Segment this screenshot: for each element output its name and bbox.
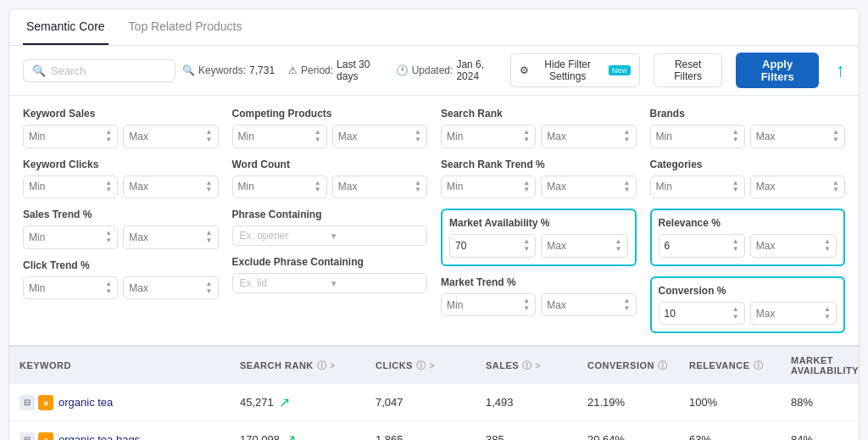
market-avail-value: 88% (791, 396, 813, 409)
amazon-icon: a (38, 395, 53, 410)
col-search-rank[interactable]: SEARCH RANK ⓘ> (230, 347, 365, 384)
amazon-icon: a (38, 432, 53, 440)
relevance-value: 100% (689, 396, 717, 409)
search-rank-min[interactable] (447, 131, 521, 142)
keyword-cell: ⊟ a organic tea (9, 385, 230, 421)
relevance-cell: 63% (679, 423, 781, 440)
word-count-min[interactable] (238, 181, 313, 192)
sort-icon[interactable]: > (330, 361, 335, 370)
sales-value: 1,493 (486, 396, 514, 409)
conversion-cell: 21.19% (577, 386, 679, 419)
market-trend-min[interactable] (447, 299, 521, 311)
info-icon2: ⓘ (416, 359, 426, 372)
filter-word-count: Word Count ▲▼ ▲▼ (232, 159, 428, 199)
info-icon4: ⓘ (658, 359, 668, 372)
filter-market-trend: Market Trend % ▲▼ ▲▼ (441, 276, 637, 317)
col-conversion[interactable]: CONVERSION ⓘ (577, 347, 679, 384)
filters-section: Keyword Sales ▲▼ ▲▼ Keyword Clicks ▲▼ ▲▼… (9, 96, 859, 346)
new-badge: New (609, 65, 631, 75)
graph-icon: ⊟ (19, 432, 35, 440)
keywords-count: 7,731 (249, 64, 275, 76)
sales-trend-min[interactable] (29, 231, 103, 243)
keyword-text[interactable]: organic tea (58, 396, 113, 409)
search-icon: 🔍 (32, 64, 46, 77)
sales-trend-max[interactable] (129, 231, 203, 243)
clicks-cell: 7,047 (365, 386, 476, 419)
clicks-value: 1,865 (376, 433, 403, 440)
period-value: Last 30 days (337, 58, 382, 82)
click-trend-max[interactable] (129, 282, 203, 294)
table-row: ⊟ a organic tea bags 170,098 ↗ 1,865 385… (9, 421, 859, 440)
sort-icon2[interactable]: > (429, 361, 434, 370)
market-trend-max[interactable] (547, 299, 621, 311)
filter-exclude-phrase: Exclude Phrase Containing Ex. lid ▼ (232, 256, 428, 293)
competing-max[interactable] (338, 131, 413, 142)
categories-max[interactable] (756, 181, 831, 192)
keyword-text[interactable]: organic tea bags (58, 433, 140, 440)
keyword-icons: ⊟ a (19, 395, 53, 410)
graph-icon: ⊟ (19, 395, 35, 410)
tab-top-related[interactable]: Top Related Products (125, 9, 246, 45)
clicks-cell: 1,865 (365, 423, 476, 440)
info-icon: ⓘ (317, 359, 327, 372)
caret-icon: ▼ (330, 231, 420, 241)
tab-semantic-core[interactable]: Semantic Core (23, 9, 108, 45)
arrow-indicator: ↑ (836, 59, 845, 81)
table-header: KEYWORD SEARCH RANK ⓘ> CLICKS ⓘ> SALES ⓘ… (9, 346, 859, 384)
categories-min[interactable] (656, 181, 731, 192)
col-keyword: KEYWORD (9, 347, 230, 384)
table-body: ⊟ a organic tea 45,271 ↗ 7,047 1,493 21.… (9, 384, 859, 440)
keyword-sales-min[interactable] (29, 131, 103, 142)
sales-cell: 1,493 (476, 386, 577, 419)
keyword-sales-max[interactable] (129, 131, 203, 142)
info-icon3: ⓘ (522, 359, 532, 372)
sales-cell: 385 (476, 423, 577, 440)
relevance-max[interactable] (756, 240, 822, 252)
word-count-max[interactable] (338, 181, 413, 192)
filter-relevance: Relevance % ▲▼ ▲▼ (650, 209, 846, 266)
keyword-icons: ⊟ a (19, 432, 53, 440)
exclude-phrase-select[interactable]: Ex. lid ▼ (232, 273, 428, 293)
search-rank-max[interactable] (547, 131, 621, 142)
search-rank-trend-min[interactable] (447, 181, 521, 192)
click-trend-min[interactable] (29, 282, 103, 294)
sort-icon3[interactable]: > (536, 361, 541, 370)
market-avail-cell: 88% (781, 386, 860, 419)
market-avail-max[interactable] (547, 240, 613, 252)
conversion-min[interactable] (665, 308, 731, 320)
relevance-min[interactable] (665, 240, 731, 252)
col-relevance[interactable]: RELEVANCE ⓘ (679, 347, 781, 384)
brands-min[interactable] (656, 131, 731, 142)
filter-phrase-containing: Phrase Containing Ex. opener ▼ (232, 209, 428, 246)
col-clicks[interactable]: CLICKS ⓘ> (365, 347, 476, 384)
keyword-clicks-max[interactable] (129, 181, 203, 192)
filter-brands: Brands ▲▼ ▲▼ (650, 108, 846, 148)
search-rank-cell: 170,098 ↗ (230, 421, 365, 440)
hide-filter-button[interactable]: ⚙ Hide Filter Settings New (510, 53, 640, 87)
search-box[interactable]: 🔍 Search (23, 59, 175, 82)
reset-filters-button[interactable]: Reset Filters (654, 53, 723, 87)
filter-sales-trend: Sales Trend % ▲▼ ▲▼ (23, 209, 219, 249)
market-avail-min[interactable] (455, 240, 521, 252)
conversion-max[interactable] (756, 308, 822, 320)
search-rank-cell: 45,271 ↗ (230, 384, 365, 421)
toolbar-info: 🔍 Keywords: 7,731 ⚠ Period: Last 30 days… (182, 53, 845, 88)
clock-icon: 🕐 (396, 64, 409, 76)
brands-max[interactable] (756, 131, 831, 142)
data-table: KEYWORD SEARCH RANK ⓘ> CLICKS ⓘ> SALES ⓘ… (9, 346, 859, 440)
search-rank-trend-max[interactable] (547, 181, 621, 192)
search-rank-value: 45,271 (240, 396, 274, 409)
apply-filters-button[interactable]: Apply Filters (736, 53, 819, 88)
filter-market-availability: Market Availability % ▲▼ ▲▼ (441, 209, 637, 266)
filter-icon: ⚙ (520, 64, 529, 76)
conversion-value: 20.64% (587, 433, 625, 440)
phrase-containing-select[interactable]: Ex. opener ▼ (232, 226, 428, 246)
competing-min[interactable] (238, 131, 313, 142)
filter-search-rank-trend: Search Rank Trend % ▲▼ ▲▼ (441, 159, 637, 199)
col-market-avail[interactable]: MARKET AVAILABILITY ⓘ> (781, 347, 860, 384)
search-placeholder: Search (51, 64, 86, 77)
period-icon: ⚠ (288, 64, 298, 76)
filter-click-trend: Click Trend % ▲▼ ▲▼ (23, 259, 219, 300)
keyword-clicks-min[interactable] (29, 181, 103, 192)
col-sales[interactable]: SALES ⓘ> (476, 347, 577, 384)
